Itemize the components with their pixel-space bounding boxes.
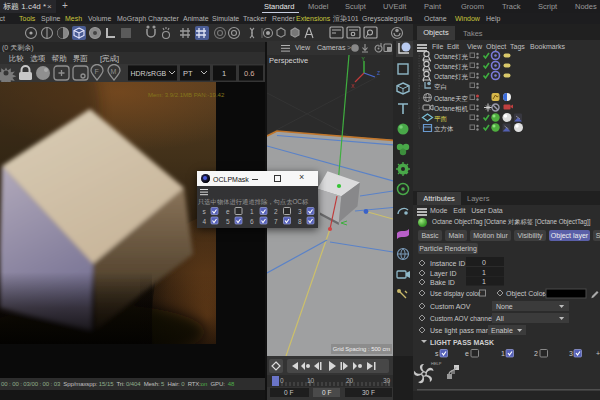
- svg-text:e: e: [226, 208, 230, 215]
- svg-text:Octane灯光: Octane灯光: [434, 73, 468, 81]
- svg-text:0 F: 0 F: [322, 389, 331, 396]
- svg-text:0: 0: [280, 377, 284, 384]
- svg-text:20: 20: [346, 377, 354, 384]
- svg-text:0 F: 0 F: [284, 389, 293, 396]
- svg-text:Object Color: Object Color: [506, 290, 546, 298]
- svg-text:30 F: 30 F: [362, 389, 375, 396]
- svg-text:4: 4: [203, 218, 207, 225]
- svg-text:Custom AOV: Custom AOV: [430, 303, 471, 310]
- svg-text:Bake ID: Bake ID: [430, 279, 455, 286]
- svg-text:2: 2: [274, 208, 278, 215]
- svg-text:8: 8: [298, 218, 302, 225]
- svg-text:s: s: [203, 208, 207, 215]
- svg-text:30: 30: [383, 377, 391, 384]
- svg-text:1: 1: [482, 278, 486, 285]
- svg-text:5: 5: [226, 218, 230, 225]
- svg-text:Octane灯光: Octane灯光: [434, 53, 468, 61]
- svg-text:PT: PT: [183, 69, 193, 78]
- svg-text:Octane天空: Octane天空: [434, 95, 468, 102]
- svg-text:0: 0: [482, 259, 486, 266]
- svg-text:Use light pass mark: Use light pass mark: [430, 327, 492, 335]
- svg-text:空白: 空白: [434, 83, 447, 91]
- svg-text:10: 10: [307, 377, 315, 384]
- svg-text:LIGHT PASS MASK: LIGHT PASS MASK: [430, 339, 494, 346]
- svg-text:立方体: 立方体: [434, 125, 454, 133]
- svg-text:0.6: 0.6: [244, 69, 254, 78]
- svg-text:Custom AOV channel: Custom AOV channel: [430, 315, 494, 322]
- svg-text:M: M: [111, 68, 117, 75]
- svg-text:+: +: [596, 350, 600, 357]
- svg-text:2: 2: [534, 350, 538, 357]
- svg-text:Octane灯光: Octane灯光: [434, 63, 468, 71]
- svg-text:1: 1: [482, 269, 486, 276]
- svg-text:s: s: [435, 350, 439, 357]
- svg-text:Use display color: Use display color: [430, 290, 481, 298]
- svg-text:3: 3: [298, 208, 302, 215]
- svg-text:1: 1: [222, 69, 226, 78]
- svg-text:All: All: [496, 315, 504, 322]
- svg-text:HDR/sRGB: HDR/sRGB: [131, 70, 167, 77]
- svg-text:Enable: Enable: [491, 327, 513, 334]
- svg-text:1: 1: [250, 208, 254, 215]
- svg-text:HELP: HELP: [431, 361, 442, 366]
- svg-text:平面: 平面: [434, 115, 448, 122]
- svg-text:F: F: [95, 68, 99, 75]
- svg-text:e: e: [465, 350, 469, 357]
- svg-text:3: 3: [569, 350, 573, 357]
- svg-text:Octane相机: Octane相机: [434, 105, 468, 113]
- svg-text:6: 6: [250, 218, 254, 225]
- svg-text:Instance ID: Instance ID: [430, 260, 465, 267]
- svg-text:Layer ID: Layer ID: [430, 270, 456, 278]
- svg-text:Z: Z: [377, 70, 380, 76]
- svg-text:None: None: [496, 303, 513, 310]
- svg-text:1: 1: [501, 350, 505, 357]
- svg-text:7: 7: [274, 218, 278, 225]
